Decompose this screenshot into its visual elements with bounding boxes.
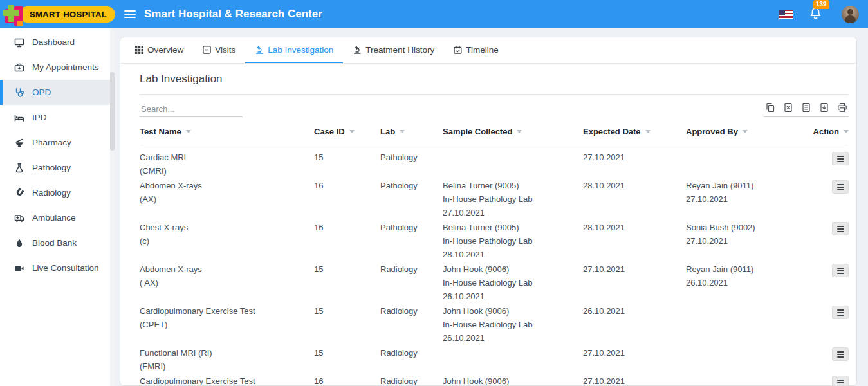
sidebar-item-pharmacy[interactable]: Pharmacy: [0, 130, 115, 155]
cell-line: 27.10.2021: [583, 151, 679, 164]
cell-case-id: 16: [314, 179, 380, 219]
cell-line: Reyan Jain (9011): [686, 262, 802, 276]
table-row: Cardiopulmonary Exercise Test(CPET)15Rad…: [140, 303, 849, 345]
cell-line: In-House Radiology Lab: [443, 276, 577, 290]
cell-test-name: Cardiopulmonary Exercise Test(CPET): [140, 374, 314, 386]
cell-line: John Hook (9006): [443, 262, 577, 276]
copy-button[interactable]: [765, 102, 775, 113]
cell-line: 16: [314, 179, 374, 192]
sidebar-item-pathology[interactable]: Pathology: [0, 155, 115, 180]
cell-case-id: 15: [314, 151, 380, 178]
calendar-check-icon: [454, 46, 462, 54]
cell-approved-by: [686, 346, 808, 373]
table-body: Cardiac MRI(CMRI)15Pathology27.10.2021Ab…: [140, 145, 849, 386]
cell-action: [832, 221, 849, 261]
cell-action: [832, 304, 849, 345]
cell-line: Chest X-rays: [140, 221, 308, 234]
row-action-menu-button[interactable]: [832, 222, 849, 235]
column-header-approved-by[interactable]: Approved By: [686, 127, 808, 136]
search-input[interactable]: [140, 102, 243, 117]
tab-overview[interactable]: Overview: [125, 37, 193, 63]
cell-line: John Hook (9006): [443, 374, 577, 386]
sort-caret-icon: [844, 130, 849, 133]
sidebar-item-opd[interactable]: OPD: [0, 80, 115, 105]
column-header-case-id[interactable]: Case ID: [314, 127, 380, 136]
cell-line: 28.10.2021: [583, 179, 679, 192]
sidebar-scrollbar-thumb[interactable]: [110, 72, 115, 151]
cell-line: (FMRI): [140, 360, 308, 373]
row-action-menu-button[interactable]: [832, 376, 849, 386]
sidebar-item-label: Radiology: [32, 188, 71, 198]
sort-caret-icon: [645, 130, 651, 133]
cell-action: [832, 151, 849, 178]
sidebar-item-blood-bank[interactable]: Blood Bank: [0, 230, 115, 255]
cell-line: (AX): [140, 192, 308, 206]
grid-icon: [135, 46, 143, 54]
cell-line: 27.10.2021: [583, 374, 679, 386]
sidebar-item-ambulance[interactable]: Ambulance: [0, 205, 115, 230]
sidebar-item-label: Ambulance: [32, 213, 76, 223]
hospital-logo-icon: [1, 3, 28, 28]
sidebar-item-label: Dashboard: [32, 37, 75, 47]
tab-timeline[interactable]: Timeline: [444, 37, 508, 63]
cell-line: 28.10.2021: [443, 248, 577, 261]
cell-line: 26.10.2021: [443, 331, 577, 345]
cell-test-name: Abdomen X-rays(AX): [140, 179, 314, 219]
tab-treatment-history[interactable]: Treatment History: [343, 37, 444, 63]
cell-line: In-House Pathology Lab: [443, 234, 577, 248]
cell-line: Radiology: [380, 346, 436, 360]
row-action-menu-button[interactable]: [832, 152, 849, 165]
notifications-button[interactable]: 139: [809, 6, 822, 23]
cell-line: Sonia Bush (9002): [686, 221, 802, 234]
cell-case-id: 15: [314, 262, 380, 303]
sidebar-item-my-appointments[interactable]: My Appointments: [0, 55, 115, 80]
dashboard-icon: [14, 37, 24, 48]
cell-line: 27.10.2021: [686, 192, 802, 206]
user-avatar[interactable]: [842, 6, 859, 23]
row-action-menu-button[interactable]: [832, 306, 849, 319]
table-row: Cardiopulmonary Exercise Test(CPET)16Rad…: [140, 373, 849, 386]
sidebar-item-radiology[interactable]: Radiology: [0, 180, 115, 205]
cell-line: 26.10.2021: [443, 290, 577, 303]
sidebar-item-live-consultation[interactable]: Live Consultation: [0, 255, 115, 280]
column-header-test-name[interactable]: Test Name: [140, 127, 314, 136]
export-tools: [764, 102, 849, 117]
stethoscope-icon: [14, 87, 24, 98]
cell-lab: Pathology: [380, 221, 443, 261]
sidebar-scrollbar[interactable]: [110, 28, 115, 386]
bed-icon: [14, 113, 24, 123]
copy-icon: [765, 102, 775, 113]
cell-line: 16: [314, 221, 374, 234]
column-header-lab[interactable]: Lab: [380, 127, 443, 136]
column-header-action[interactable]: Action: [813, 127, 849, 136]
cell-line: Cardiopulmonary Exercise Test: [140, 374, 308, 386]
pdf-button[interactable]: [819, 102, 829, 113]
cell-line: Abdomen X-rays: [140, 179, 308, 192]
row-action-menu-button[interactable]: [832, 180, 849, 194]
csv-button[interactable]: [801, 102, 811, 113]
tab-lab-investigation[interactable]: Lab Investigation: [245, 37, 343, 63]
tab-visits[interactable]: Visits: [193, 37, 245, 63]
table-toolbar: [140, 102, 849, 117]
row-action-menu-button[interactable]: [832, 347, 849, 361]
cell-test-name: Abdomen X-rays( AX): [140, 262, 314, 303]
notification-count-badge: 139: [813, 0, 829, 9]
video-icon: [14, 263, 24, 273]
column-header-sample-collected[interactable]: Sample Collected: [443, 127, 583, 136]
cell-action: [832, 262, 849, 303]
brand-logo[interactable]: SMART HOSPITAL: [0, 0, 115, 28]
tab-label: Overview: [147, 45, 183, 55]
sidebar-item-ipd[interactable]: IPD: [0, 105, 115, 130]
brand-logo-text: SMART HOSPITAL: [19, 6, 115, 23]
topbar: SMART HOSPITAL Smart Hospital & Research…: [0, 0, 868, 28]
print-button[interactable]: [837, 102, 847, 113]
cell-approved-by: [686, 374, 808, 386]
menu-toggle-icon[interactable]: [124, 8, 136, 20]
row-action-menu-button[interactable]: [832, 264, 849, 277]
tab-label: Timeline: [466, 45, 499, 55]
excel-button[interactable]: [783, 102, 793, 113]
language-flag-icon[interactable]: [779, 10, 793, 19]
column-header-expected-date[interactable]: Expected Date: [583, 127, 686, 136]
cell-line: 26.10.2021: [583, 304, 679, 318]
sidebar-item-dashboard[interactable]: Dashboard: [0, 30, 115, 55]
